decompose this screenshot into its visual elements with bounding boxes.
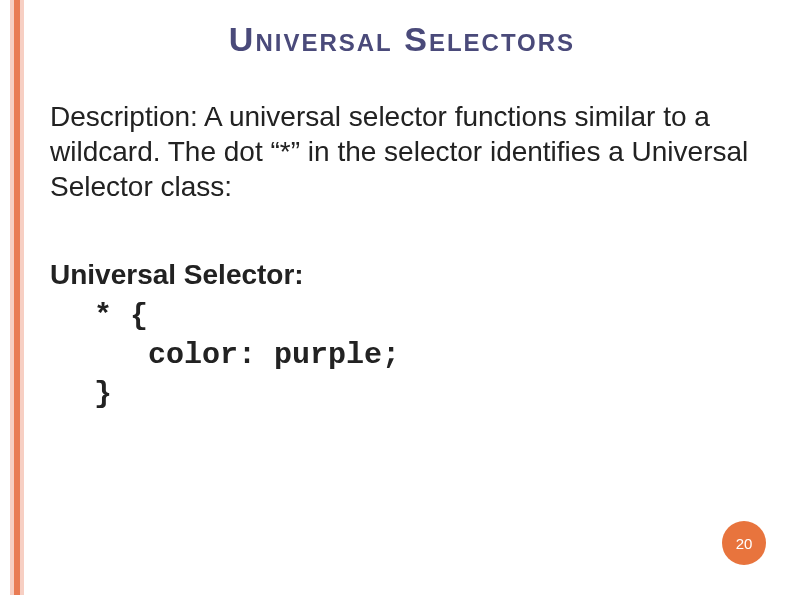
slide-content: Universal Selectors Description: A unive… — [50, 20, 754, 414]
example-label: Universal Selector: — [50, 259, 754, 291]
slide-title: Universal Selectors — [90, 20, 714, 59]
left-decorative-border — [0, 0, 24, 595]
slide-description: Description: A universal selector functi… — [50, 99, 754, 204]
border-inner-stripe — [14, 0, 20, 595]
page-number: 20 — [736, 535, 753, 552]
page-number-badge: 20 — [722, 521, 766, 565]
code-block: * { color: purple; } — [94, 297, 754, 414]
